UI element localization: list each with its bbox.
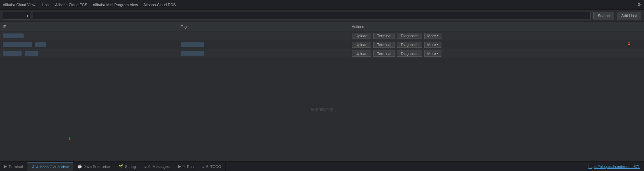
tab-todo-label: 6: TODO <box>206 165 221 169</box>
ip-text-1: ██ ██ ██ <box>3 33 24 38</box>
cell-actions-3: Upload Terminal Diagnostic More ▾ <box>352 51 641 57</box>
tab-terminal-label: Terminal <box>9 165 23 169</box>
tab-messages[interactable]: ≡ 0: Messages <box>140 162 174 171</box>
bottom-link-text[interactable]: https://blog.csdn.net/momo571 <box>589 165 640 169</box>
nav-mini-program[interactable]: Alibaba Mini Program View <box>93 3 138 7</box>
nav-ecs[interactable]: Alibaba Cloud ECS <box>55 3 87 7</box>
spring-tab-icon: 🌱 <box>118 164 123 169</box>
cell-tag-2: ████████ <box>181 42 352 47</box>
cell-ip-2: ██████████ ███ <box>3 43 181 47</box>
more-arrow-icon-1: ▾ <box>437 34 438 37</box>
tab-terminal[interactable]: ▶ Terminal <box>0 162 27 171</box>
more-button-1[interactable]: More ▾ <box>424 33 441 39</box>
tab-spring[interactable]: 🌱 Spring <box>114 162 140 171</box>
tab-run-label: 4: Run <box>183 165 194 169</box>
table-row: ██████ ████ ████████ Upload Terminal Dia… <box>0 49 644 58</box>
java-tab-icon: ☕ <box>77 164 82 169</box>
bottom-bar: ▶ Terminal ↺ Alibaba Cloud View ☕ Java E… <box>0 161 644 171</box>
col-header-ip: IP <box>3 25 181 29</box>
more-arrow-icon-2: ▾ <box>437 43 438 46</box>
ip-text-3b: ████ <box>25 51 38 56</box>
cell-ip-1: ██ ██ ██ <box>3 34 181 38</box>
host-select[interactable] <box>3 12 30 19</box>
tab-java-label: Java Enterprise <box>84 165 110 169</box>
settings-icon[interactable]: ⚙ <box>637 2 641 7</box>
table-row: ██████████ ███ ████████ Upload Terminal … <box>0 40 644 49</box>
messages-tab-icon: ≡ <box>144 165 146 169</box>
terminal-button-2[interactable]: Terminal <box>373 42 395 48</box>
more-button-2[interactable]: More ▾ <box>424 42 441 48</box>
tab-alibaba-cloud-view[interactable]: ↺ Alibaba Cloud View <box>27 162 73 171</box>
ip-text-2a: ██████████ <box>3 42 32 47</box>
upload-button-3[interactable]: Upload <box>352 51 371 57</box>
alibaba-tab-icon: ↺ <box>31 165 35 169</box>
tag-badge-2: ████████ <box>181 42 204 47</box>
terminal-button-3[interactable]: Terminal <box>373 51 395 57</box>
run-tab-icon: ▶ <box>178 164 181 169</box>
more-arrow-icon-3: ▾ <box>437 52 438 55</box>
more-button-3[interactable]: More ▾ <box>424 51 441 57</box>
cell-ip-3: ██████ ████ <box>3 52 181 56</box>
app-label: Alibaba Cloud View: <box>3 3 36 7</box>
col-header-actions: Actions <box>352 25 641 29</box>
bottom-right-link: https://blog.csdn.net/momo571 <box>584 165 644 169</box>
diagnostic-button-3[interactable]: Diagnostic <box>397 51 422 57</box>
tab-java-enterprise[interactable]: ☕ Java Enterprise <box>73 162 114 171</box>
nav-host[interactable]: Host <box>42 3 50 7</box>
upload-button-1[interactable]: Upload <box>352 33 371 39</box>
ip-text-2b: ███ <box>35 42 46 47</box>
diagnostic-button-1[interactable]: Diagnostic <box>397 33 422 39</box>
tab-spring-label: Spring <box>125 165 136 169</box>
terminal-button-1[interactable]: Terminal <box>373 33 395 39</box>
bottom-tabs: ▶ Terminal ↺ Alibaba Cloud View ☕ Java E… <box>0 162 226 171</box>
diagnostic-button-2[interactable]: Diagnostic <box>397 42 422 48</box>
tab-run[interactable]: ▶ 4: Run <box>174 162 198 171</box>
col-header-tag: Tag <box>181 25 352 29</box>
ip-text-3a: ██████ <box>3 51 22 56</box>
toolbar: Search Add Host <box>0 10 644 22</box>
search-button[interactable]: Search <box>593 12 614 19</box>
upload-button-2[interactable]: Upload <box>352 42 371 48</box>
tab-todo[interactable]: ≡ 6: TODO <box>198 162 226 171</box>
table-row: ██ ██ ██ Upload Terminal Diagnostic More… <box>0 31 644 40</box>
data-loaded-text: 数据加载完毕 <box>311 107 333 112</box>
table-header: IP Tag Actions <box>0 22 644 31</box>
nav-rds[interactable]: Alibaba Cloud RDS <box>143 3 176 7</box>
tab-messages-label: 0: Messages <box>148 165 169 169</box>
cell-actions-2: Upload Terminal Diagnostic More ▾ <box>352 42 641 48</box>
top-nav-right: ⚙ <box>637 2 641 7</box>
cell-actions-1: Upload Terminal Diagnostic More ▾ <box>352 33 641 39</box>
content-spacer: 数据加载完毕 <box>0 58 644 161</box>
terminal-tab-icon: ▶ <box>4 164 7 169</box>
add-host-button[interactable]: Add Host <box>617 12 641 19</box>
host-select-wrapper <box>3 12 30 19</box>
tab-alibaba-label: Alibaba Cloud View <box>36 165 69 169</box>
cell-tag-3: ████████ <box>181 51 352 56</box>
search-input[interactable] <box>33 12 591 19</box>
todo-tab-icon: ≡ <box>202 165 204 169</box>
tag-badge-3: ████████ <box>181 51 204 56</box>
top-navigation: Alibaba Cloud View: Host Alibaba Cloud E… <box>0 0 644 10</box>
main-content: IP Tag Actions ██ ██ ██ Upload Terminal … <box>0 22 644 161</box>
